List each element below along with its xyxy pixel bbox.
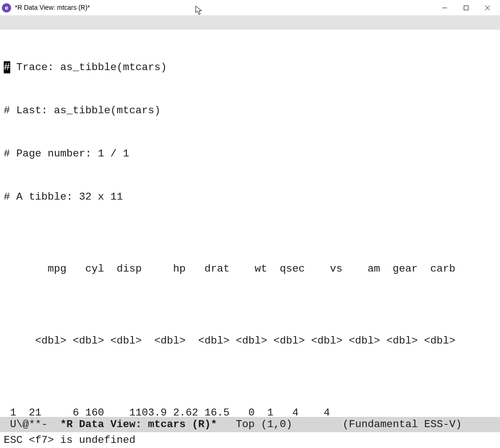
col-header: vs (305, 262, 342, 276)
col-header: carb (418, 262, 455, 276)
col-header: hp (142, 262, 186, 276)
page-number-line: # Page number: 1 / 1 (4, 147, 496, 161)
col-header: am (342, 262, 380, 276)
last-line: # Last: as_tibble(mtcars) (4, 104, 496, 118)
col-type: <dbl> (380, 334, 418, 348)
minibuffer-text: ESC <f7> is undefined (4, 433, 136, 448)
col-header: wt (230, 262, 267, 276)
toolbar-strip (0, 16, 500, 30)
col-header: mpg (16, 262, 66, 276)
cursor-block: # (4, 61, 10, 73)
window-title: *R Data View: mtcars (R)* (15, 0, 90, 15)
titlebar: e *R Data View: mtcars (R)* (0, 0, 500, 16)
col-type: <dbl> (230, 334, 267, 348)
col-header: qsec (267, 262, 305, 276)
close-button[interactable] (477, 0, 498, 15)
col-header: gear (380, 262, 418, 276)
col-type: <dbl> (104, 334, 142, 348)
col-type: <dbl> (142, 334, 186, 348)
col-type: <dbl> (267, 334, 305, 348)
modeline-buffer-name: *R Data View: mtcars (R)* (60, 417, 217, 432)
window-controls (434, 0, 498, 15)
svg-rect-1 (464, 6, 468, 10)
col-type: <dbl> (418, 334, 455, 348)
column-header-row: mpgcyldisphpdratwtqsecvsamgearcarb (4, 262, 496, 276)
modeline-status: U\@**- (4, 417, 60, 432)
modeline[interactable]: U\@**- *R Data View: mtcars (R)* Top (1,… (0, 417, 500, 432)
minibuffer[interactable]: ESC <f7> is undefined (0, 432, 500, 448)
col-type: <dbl> (342, 334, 380, 348)
tibble-header-line: # A tibble: 32 x 11 (4, 190, 496, 204)
maximize-button[interactable] (455, 0, 477, 15)
emacs-app-icon: e (2, 3, 11, 13)
col-type: <dbl> (16, 334, 66, 348)
col-header: disp (104, 262, 142, 276)
modeline-position: Top (1,0) (217, 417, 342, 432)
col-type: <dbl> (66, 334, 104, 348)
trace-line: # Trace: as_tibble(mtcars) (4, 60, 496, 75)
col-header: cyl (66, 262, 104, 276)
col-type: <dbl> (305, 334, 342, 348)
col-header: drat (186, 262, 230, 276)
column-type-row: <dbl><dbl><dbl><dbl><dbl><dbl><dbl><dbl>… (4, 334, 496, 348)
mouse-cursor-icon (195, 6, 204, 16)
modeline-mode: (Fundamental ESS-V) (342, 417, 462, 432)
buffer-area[interactable]: # Trace: as_tibble(mtcars) # Last: as_ti… (0, 30, 500, 448)
minimize-button[interactable] (434, 0, 455, 15)
col-type: <dbl> (186, 334, 230, 348)
